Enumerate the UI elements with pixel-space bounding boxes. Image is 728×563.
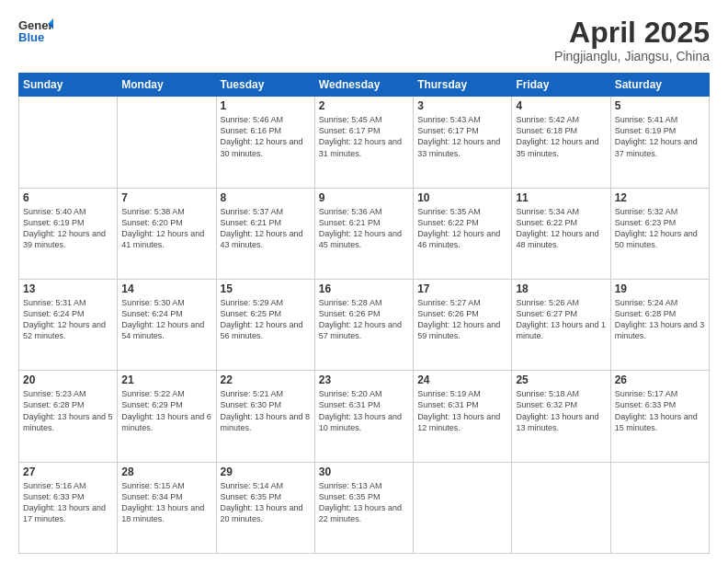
- day-info: Sunrise: 5:18 AMSunset: 6:32 PMDaylight:…: [516, 388, 606, 433]
- day-number: 17: [417, 282, 507, 295]
- cell-week4-day6: 26Sunrise: 5:17 AMSunset: 6:33 PMDayligh…: [610, 371, 709, 462]
- header-friday: Friday: [512, 74, 610, 97]
- day-info: Sunrise: 5:23 AMSunset: 6:28 PMDaylight:…: [23, 388, 113, 433]
- title-block: April 2025 Pingjianglu, Jiangsu, China: [554, 17, 710, 63]
- day-number: 10: [417, 191, 507, 204]
- header-monday: Monday: [118, 74, 216, 97]
- cell-week3-day6: 19Sunrise: 5:24 AMSunset: 6:28 PMDayligh…: [610, 279, 709, 370]
- day-number: 16: [319, 282, 409, 295]
- cell-week1-day4: 3Sunrise: 5:43 AMSunset: 6:17 PMDaylight…: [414, 97, 512, 188]
- day-number: 24: [417, 373, 507, 386]
- day-number: 19: [615, 282, 705, 295]
- day-info: Sunrise: 5:27 AMSunset: 6:26 PMDaylight:…: [417, 297, 507, 342]
- cell-week5-day6: [610, 462, 709, 553]
- cell-week2-day2: 8Sunrise: 5:37 AMSunset: 6:21 PMDaylight…: [216, 188, 314, 279]
- cell-week1-day2: 1Sunrise: 5:46 AMSunset: 6:16 PMDaylight…: [216, 97, 314, 188]
- cell-week1-day3: 2Sunrise: 5:45 AMSunset: 6:17 PMDaylight…: [314, 97, 413, 188]
- day-info: Sunrise: 5:36 AMSunset: 6:21 PMDaylight:…: [319, 206, 409, 251]
- cell-week3-day4: 17Sunrise: 5:27 AMSunset: 6:26 PMDayligh…: [414, 279, 512, 370]
- day-number: 23: [319, 373, 409, 386]
- cell-week5-day0: 27Sunrise: 5:16 AMSunset: 6:33 PMDayligh…: [19, 462, 118, 553]
- month-title: April 2025: [554, 17, 710, 49]
- day-number: 6: [23, 191, 113, 204]
- cell-week3-day3: 16Sunrise: 5:28 AMSunset: 6:26 PMDayligh…: [314, 279, 413, 370]
- day-number: 18: [516, 282, 606, 295]
- cell-week2-day0: 6Sunrise: 5:40 AMSunset: 6:19 PMDaylight…: [19, 188, 118, 279]
- day-info: Sunrise: 5:37 AMSunset: 6:21 PMDaylight:…: [221, 206, 311, 251]
- day-number: 29: [221, 465, 311, 478]
- cell-week3-day5: 18Sunrise: 5:26 AMSunset: 6:27 PMDayligh…: [512, 279, 610, 370]
- day-number: 12: [615, 191, 705, 204]
- day-info: Sunrise: 5:13 AMSunset: 6:35 PMDaylight:…: [319, 480, 409, 525]
- cell-week4-day3: 23Sunrise: 5:20 AMSunset: 6:31 PMDayligh…: [314, 371, 413, 462]
- cell-week2-day4: 10Sunrise: 5:35 AMSunset: 6:22 PMDayligh…: [414, 188, 512, 279]
- cell-week1-day5: 4Sunrise: 5:42 AMSunset: 6:18 PMDaylight…: [512, 97, 610, 188]
- logo: General Blue: [18, 17, 53, 44]
- cell-week5-day3: 30Sunrise: 5:13 AMSunset: 6:35 PMDayligh…: [314, 462, 413, 553]
- day-info: Sunrise: 5:42 AMSunset: 6:18 PMDaylight:…: [516, 114, 606, 159]
- day-info: Sunrise: 5:31 AMSunset: 6:24 PMDaylight:…: [23, 297, 113, 342]
- cell-week4-day1: 21Sunrise: 5:22 AMSunset: 6:29 PMDayligh…: [118, 371, 216, 462]
- cell-week2-day3: 9Sunrise: 5:36 AMSunset: 6:21 PMDaylight…: [314, 188, 413, 279]
- cell-week3-day1: 14Sunrise: 5:30 AMSunset: 6:24 PMDayligh…: [118, 279, 216, 370]
- page: General Blue April 2025 Pingjianglu, Jia…: [0, 0, 728, 563]
- day-info: Sunrise: 5:15 AMSunset: 6:34 PMDaylight:…: [121, 480, 211, 525]
- day-info: Sunrise: 5:46 AMSunset: 6:16 PMDaylight:…: [221, 114, 311, 159]
- cell-week5-day1: 28Sunrise: 5:15 AMSunset: 6:34 PMDayligh…: [118, 462, 216, 553]
- cell-week2-day6: 12Sunrise: 5:32 AMSunset: 6:23 PMDayligh…: [610, 188, 709, 279]
- day-number: 25: [516, 373, 606, 386]
- day-number: 27: [23, 465, 113, 478]
- weekday-header-row: Sunday Monday Tuesday Wednesday Thursday…: [19, 74, 710, 97]
- day-number: 5: [615, 99, 705, 112]
- day-info: Sunrise: 5:43 AMSunset: 6:17 PMDaylight:…: [417, 114, 507, 159]
- day-info: Sunrise: 5:17 AMSunset: 6:33 PMDaylight:…: [615, 388, 705, 433]
- cell-week1-day6: 5Sunrise: 5:41 AMSunset: 6:19 PMDaylight…: [610, 97, 709, 188]
- cell-week3-day0: 13Sunrise: 5:31 AMSunset: 6:24 PMDayligh…: [19, 279, 118, 370]
- week-row-4: 20Sunrise: 5:23 AMSunset: 6:28 PMDayligh…: [19, 371, 710, 462]
- week-row-2: 6Sunrise: 5:40 AMSunset: 6:19 PMDaylight…: [19, 188, 710, 279]
- day-number: 2: [319, 99, 409, 112]
- cell-week5-day2: 29Sunrise: 5:14 AMSunset: 6:35 PMDayligh…: [216, 462, 314, 553]
- day-number: 14: [121, 282, 211, 295]
- day-number: 11: [516, 191, 606, 204]
- day-number: 13: [23, 282, 113, 295]
- day-info: Sunrise: 5:26 AMSunset: 6:27 PMDaylight:…: [516, 297, 606, 342]
- header-thursday: Thursday: [414, 74, 512, 97]
- cell-week4-day4: 24Sunrise: 5:19 AMSunset: 6:31 PMDayligh…: [414, 371, 512, 462]
- day-info: Sunrise: 5:24 AMSunset: 6:28 PMDaylight:…: [615, 297, 705, 342]
- day-info: Sunrise: 5:14 AMSunset: 6:35 PMDaylight:…: [221, 480, 311, 525]
- day-info: Sunrise: 5:28 AMSunset: 6:26 PMDaylight:…: [319, 297, 409, 342]
- day-number: 7: [121, 191, 211, 204]
- day-number: 1: [221, 99, 311, 112]
- day-number: 22: [221, 373, 311, 386]
- day-info: Sunrise: 5:21 AMSunset: 6:30 PMDaylight:…: [221, 388, 311, 433]
- cell-week5-day4: [414, 462, 512, 553]
- day-info: Sunrise: 5:22 AMSunset: 6:29 PMDaylight:…: [121, 388, 211, 433]
- day-info: Sunrise: 5:16 AMSunset: 6:33 PMDaylight:…: [23, 480, 113, 525]
- svg-text:Blue: Blue: [18, 30, 44, 44]
- day-number: 4: [516, 99, 606, 112]
- day-info: Sunrise: 5:29 AMSunset: 6:25 PMDaylight:…: [221, 297, 311, 342]
- day-number: 30: [319, 465, 409, 478]
- day-info: Sunrise: 5:41 AMSunset: 6:19 PMDaylight:…: [615, 114, 705, 159]
- week-row-3: 13Sunrise: 5:31 AMSunset: 6:24 PMDayligh…: [19, 279, 710, 370]
- day-number: 15: [221, 282, 311, 295]
- day-number: 9: [319, 191, 409, 204]
- header: General Blue April 2025 Pingjianglu, Jia…: [18, 17, 710, 63]
- day-info: Sunrise: 5:34 AMSunset: 6:22 PMDaylight:…: [516, 206, 606, 251]
- day-info: Sunrise: 5:38 AMSunset: 6:20 PMDaylight:…: [121, 206, 211, 251]
- day-info: Sunrise: 5:40 AMSunset: 6:19 PMDaylight:…: [23, 206, 113, 251]
- logo-icon: General Blue: [18, 17, 53, 44]
- week-row-5: 27Sunrise: 5:16 AMSunset: 6:33 PMDayligh…: [19, 462, 710, 553]
- day-number: 8: [221, 191, 311, 204]
- day-info: Sunrise: 5:20 AMSunset: 6:31 PMDaylight:…: [319, 388, 409, 433]
- cell-week4-day5: 25Sunrise: 5:18 AMSunset: 6:32 PMDayligh…: [512, 371, 610, 462]
- cell-week1-day0: [19, 97, 118, 188]
- day-info: Sunrise: 5:35 AMSunset: 6:22 PMDaylight:…: [417, 206, 507, 251]
- cell-week4-day2: 22Sunrise: 5:21 AMSunset: 6:30 PMDayligh…: [216, 371, 314, 462]
- location: Pingjianglu, Jiangsu, China: [554, 49, 710, 63]
- cell-week5-day5: [512, 462, 610, 553]
- day-number: 20: [23, 373, 113, 386]
- day-info: Sunrise: 5:45 AMSunset: 6:17 PMDaylight:…: [319, 114, 409, 159]
- day-number: 28: [121, 465, 211, 478]
